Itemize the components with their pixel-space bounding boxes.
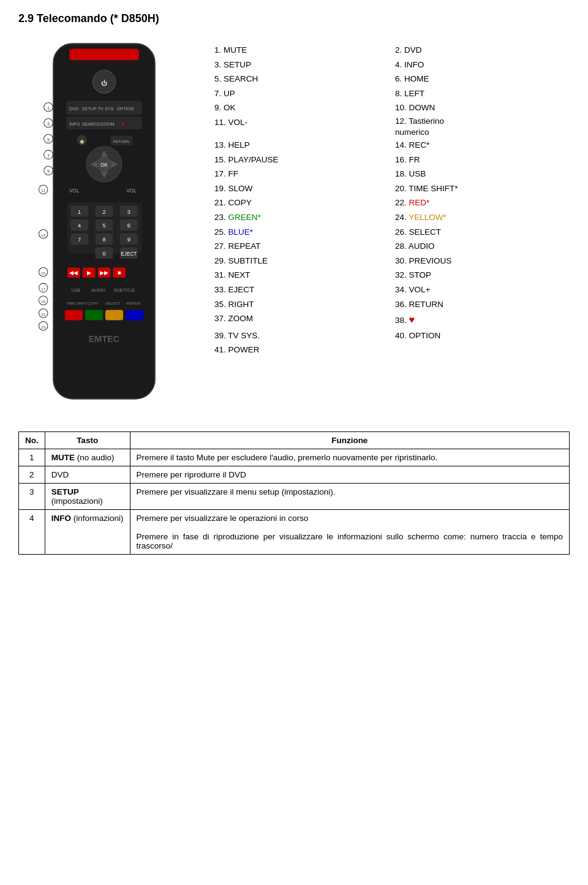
label-8: 8. LEFT <box>395 87 570 101</box>
label-33: 33. EJECT <box>214 283 389 297</box>
svg-text:AUDIO: AUDIO <box>91 287 105 293</box>
svg-text:SEARCH: SEARCH <box>82 121 100 127</box>
svg-text:SUBTITLE: SUBTITLE <box>114 287 135 293</box>
label-39: 39. TV SYS. <box>214 329 389 343</box>
svg-text:COPY: COPY <box>88 301 99 305</box>
row-4-no: 4 <box>19 510 45 555</box>
remote-container: ⏻ DVD SETUP TV SYS OPTION INFO SEARCH ZO… <box>18 37 202 407</box>
svg-text:⏻: ⏻ <box>101 80 107 86</box>
svg-rect-71 <box>126 310 143 321</box>
label-37: 37. ZOOM <box>214 312 389 328</box>
label-31: 31. NEXT <box>214 268 389 282</box>
table-row: 3 SETUP(impostazioni) Premere per visual… <box>19 484 570 510</box>
label-20: 20. TIME SHIFT* <box>395 182 570 196</box>
label-2: 2. DVD <box>395 44 570 57</box>
label-16: 16. FR <box>395 153 570 167</box>
svg-rect-70 <box>105 310 123 321</box>
svg-text:17: 17 <box>41 287 45 291</box>
row-3-tasto: SETUP(impostazioni) <box>45 484 130 510</box>
label-11: 11. VOL- <box>214 116 389 137</box>
table-row: 4 INFO (informazioni) Premere per visual… <box>19 510 570 555</box>
svg-text:9: 9 <box>47 169 50 174</box>
svg-text:15: 15 <box>41 271 45 275</box>
label-13: 13. HELP <box>214 139 389 152</box>
svg-text:VOL: VOL <box>69 188 80 194</box>
svg-text:SETUP: SETUP <box>82 106 97 112</box>
label-17: 17. FF <box>214 167 389 181</box>
svg-text:🏠: 🏠 <box>80 139 85 144</box>
svg-text:TIME SHIFT: TIME SHIFT <box>66 301 88 305</box>
row-2-no: 2 <box>19 466 45 484</box>
svg-text:13: 13 <box>41 233 45 237</box>
label-22: 22. RED* <box>395 196 570 210</box>
label-32: 32. STOP <box>395 268 570 282</box>
label-25: 25. BLUE* <box>214 226 389 239</box>
svg-text:3: 3 <box>127 209 130 215</box>
svg-text:USB: USB <box>71 287 80 293</box>
row-2-tasto: DVD <box>45 466 130 484</box>
label-6: 6. HOME <box>395 72 570 86</box>
svg-text:11: 11 <box>41 188 45 192</box>
svg-text:3: 3 <box>47 121 50 127</box>
svg-rect-69 <box>85 310 103 321</box>
svg-text:ZOOM: ZOOM <box>101 121 115 127</box>
label-27: 27. REPEAT <box>214 240 389 253</box>
label-21: 21. COPY <box>214 196 389 210</box>
label-14: 14. REC* <box>395 139 570 152</box>
svg-text:■: ■ <box>118 270 121 276</box>
table-row: 1 MUTE (no audio) Premere il tasto Mute … <box>19 449 570 466</box>
function-table: No. Tasto Funzione 1 MUTE (no audio) Pre… <box>18 431 570 555</box>
label-29: 29. SUBTITLE <box>214 254 389 268</box>
svg-text:INFO: INFO <box>69 121 80 127</box>
labels-container: 1. MUTE 2. DVD 3. SETUP 4. INFO 5. SEARC… <box>214 37 570 407</box>
svg-text:VOL: VOL <box>126 188 137 194</box>
row-4-funzione: Premere per visualizzare le operazioni i… <box>130 510 569 555</box>
svg-text:DVD: DVD <box>69 106 78 112</box>
svg-text:9: 9 <box>127 237 130 243</box>
svg-rect-68 <box>65 310 83 321</box>
svg-text:▼: ▼ <box>120 121 126 127</box>
label-41: 41. POWER <box>214 343 389 357</box>
svg-text:SELECT: SELECT <box>105 301 120 305</box>
row-1-tasto: MUTE (no audio) <box>45 449 130 466</box>
svg-text:2: 2 <box>102 209 105 215</box>
label-18: 18. USB <box>395 167 570 181</box>
svg-text:5: 5 <box>47 137 50 143</box>
svg-text:EMTEC: EMTEC <box>89 334 120 344</box>
label-19: 19. SLOW <box>214 182 389 196</box>
table-header-funzione: Funzione <box>130 432 569 449</box>
label-4: 4. INFO <box>395 58 570 72</box>
label-15: 15. PLAY/PAUSE <box>214 153 389 167</box>
row-3-funzione: Premere per visualizzare il menu setup (… <box>130 484 569 510</box>
table-row: 2 DVD Premere per riprodurre il DVD <box>19 466 570 484</box>
label-empty <box>395 343 570 357</box>
label-7: 7. UP <box>214 87 389 101</box>
label-28: 28. AUDIO <box>395 240 570 253</box>
label-26: 26. SELECT <box>395 226 570 239</box>
remote-image: ⏻ DVD SETUP TV SYS OPTION INFO SEARCH ZO… <box>24 37 196 407</box>
svg-text:7: 7 <box>78 237 81 243</box>
svg-text:RETURN: RETURN <box>113 139 129 143</box>
label-35: 35. RIGHT <box>214 298 389 311</box>
svg-text:0: 0 <box>102 251 105 257</box>
svg-text:EJECT: EJECT <box>121 251 137 257</box>
svg-text:OPTION: OPTION <box>117 106 134 112</box>
svg-text:7: 7 <box>47 153 50 159</box>
label-24: 24. YELLOW* <box>395 211 570 224</box>
svg-text:◀◀: ◀◀ <box>69 270 78 276</box>
svg-text:5: 5 <box>102 222 105 229</box>
svg-text:4: 4 <box>78 222 81 229</box>
label-40: 40. OPTION <box>395 329 570 343</box>
svg-text:1: 1 <box>78 209 81 215</box>
label-23: 23. GREEN* <box>214 211 389 224</box>
svg-text:1: 1 <box>47 105 50 111</box>
label-34: 34. VOL+ <box>395 283 570 297</box>
svg-text:REPEAT: REPEAT <box>126 301 141 305</box>
main-content: ⏻ DVD SETUP TV SYS OPTION INFO SEARCH ZO… <box>18 37 570 407</box>
svg-text:21: 21 <box>41 312 45 316</box>
row-1-no: 1 <box>19 449 45 466</box>
svg-text:▶: ▶ <box>87 270 91 276</box>
label-10: 10. DOWN <box>395 101 570 115</box>
svg-rect-1 <box>69 49 139 61</box>
label-36: 36. RETURN <box>395 298 570 311</box>
